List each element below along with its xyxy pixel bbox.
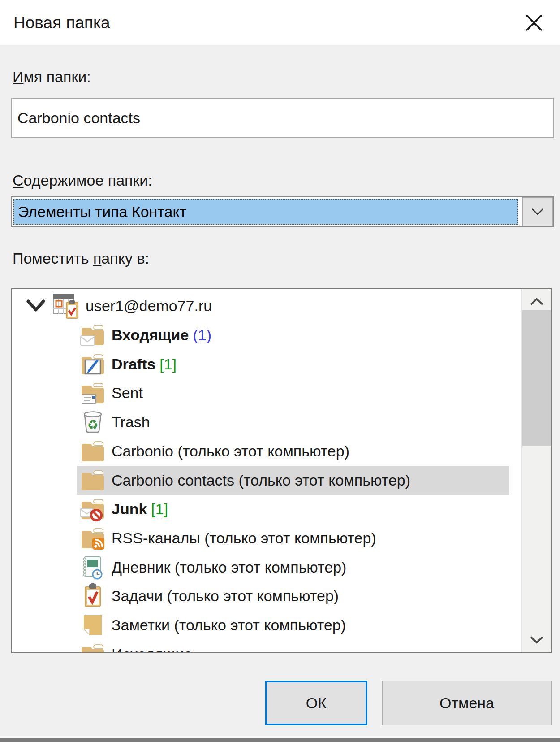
junk-folder-icon xyxy=(80,496,105,521)
chevron-down-icon xyxy=(530,636,544,644)
combobox-selected-value[interactable]: Элементы типа Контакт xyxy=(13,199,518,225)
folder-contains-label: Содержимое папки: xyxy=(13,172,152,189)
tree-item-label: Carbonio (только этот компьютер) xyxy=(112,443,349,460)
place-folder-label-pre: Поместить xyxy=(13,250,93,267)
tree-item-junk[interactable]: Junk [1] xyxy=(12,495,521,523)
tree-item-outbox[interactable]: Исходящие xyxy=(12,640,521,652)
tree-item-tasks[interactable]: Задачи (только этот компьютер) xyxy=(12,581,521,610)
new-folder-dialog: Новая папка Имя папки: Содержимое папки:… xyxy=(0,0,560,742)
tree-item-inbox[interactable]: Входящие (1) xyxy=(12,321,521,349)
tree-item-label: Заметки (только этот компьютер) xyxy=(112,616,346,634)
tree-item-label: user1@demo77.ru xyxy=(86,297,212,315)
folder-name-label-accel: И xyxy=(13,68,23,85)
tree-item-label: Junk xyxy=(112,500,147,518)
tree-item-label: Carbonio contacts (только этот компьютер… xyxy=(112,472,410,489)
tree-item-label: RSS-каналы (только этот компьютер) xyxy=(112,529,376,547)
tree-item-account-root[interactable]: user1@demo77.ru xyxy=(12,292,521,320)
place-folder-label: Поместить папку в: xyxy=(13,250,149,267)
tree-scrollbar[interactable] xyxy=(521,289,551,652)
tree-item-drafts[interactable]: Drafts [1] xyxy=(12,350,521,378)
journal-icon xyxy=(80,555,105,580)
tree-item-label: Sent xyxy=(112,384,143,402)
tree-item-carbonio-contacts[interactable]: Carbonio contacts (только этот компьютер… xyxy=(12,466,521,495)
place-folder-label-rest: апку в: xyxy=(101,250,149,267)
chevron-up-icon xyxy=(530,298,544,306)
cancel-button[interactable]: Отмена xyxy=(382,681,552,725)
combobox-dropdown-button[interactable] xyxy=(522,197,553,226)
folder-name-label: Имя папки: xyxy=(13,68,91,86)
folder-contains-combobox[interactable]: Элементы типа Контакт xyxy=(11,196,554,227)
notes-icon xyxy=(80,612,105,638)
unread-count: (1) xyxy=(193,326,211,344)
tree-item-label: Входящие xyxy=(112,326,189,344)
tree-item-label: Задачи (только этот компьютер) xyxy=(112,587,339,605)
tree-item-label: Исходящие xyxy=(112,646,192,653)
trash-icon: ♻ xyxy=(80,409,105,434)
tree-item-journal[interactable]: Дневник (только этот компьютер) xyxy=(12,553,521,581)
folder-contains-label-accel: С xyxy=(13,172,24,189)
scrollbar-thumb[interactable] xyxy=(522,310,551,446)
tree-item-sent[interactable]: Sent xyxy=(12,378,521,407)
folder-name-label-rest: мя папки: xyxy=(23,68,90,85)
chevron-down-icon xyxy=(531,208,544,216)
account-calendar-icon xyxy=(52,292,80,320)
folder-contains-label-rest: одержимое папки: xyxy=(24,172,152,189)
folder-tree: user1@demo77.ru Входящие (1) xyxy=(11,288,552,653)
window-bottom-edge xyxy=(0,738,560,742)
close-icon xyxy=(525,13,543,32)
item-count: [1] xyxy=(159,356,177,373)
folder-name-input[interactable] xyxy=(11,98,554,138)
item-count: [1] xyxy=(151,500,168,518)
outbox-folder-icon xyxy=(80,642,105,652)
tree-item-trash[interactable]: ♻ Trash xyxy=(12,408,521,436)
folder-icon xyxy=(80,438,105,464)
inbox-folder-icon xyxy=(80,322,105,347)
folder-tree-viewport: user1@demo77.ru Входящие (1) xyxy=(12,289,521,652)
scroll-down-button[interactable] xyxy=(522,627,551,652)
title-bar: Новая папка xyxy=(0,0,560,45)
place-folder-label-accel: п xyxy=(93,250,101,267)
folder-icon xyxy=(80,468,105,493)
tree-item-carbonio[interactable]: Carbonio (только этот компьютер) xyxy=(12,437,521,465)
sent-folder-icon xyxy=(80,380,105,405)
drafts-folder-icon xyxy=(80,351,105,377)
tree-item-label: Дневник (только этот компьютер) xyxy=(112,559,346,576)
tree-item-label: Trash xyxy=(112,413,150,431)
tree-item-label: Drafts xyxy=(112,356,155,373)
close-button[interactable] xyxy=(522,11,546,35)
tree-item-notes[interactable]: Заметки (только этот компьютер) xyxy=(12,611,521,639)
tasks-icon xyxy=(80,583,105,608)
tree-item-rss[interactable]: RSS-каналы (только этот компьютер) xyxy=(12,524,521,552)
dialog-title: Новая папка xyxy=(13,13,110,32)
svg-text:♻: ♻ xyxy=(87,418,98,432)
rss-folder-icon xyxy=(80,525,105,551)
ok-button[interactable]: ОК xyxy=(265,681,367,725)
chevron-down-icon[interactable] xyxy=(26,298,46,313)
